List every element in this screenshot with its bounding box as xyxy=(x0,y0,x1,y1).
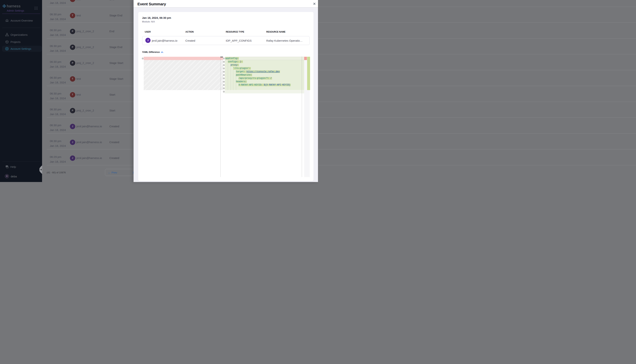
svg-text:?: ? xyxy=(7,166,7,167)
